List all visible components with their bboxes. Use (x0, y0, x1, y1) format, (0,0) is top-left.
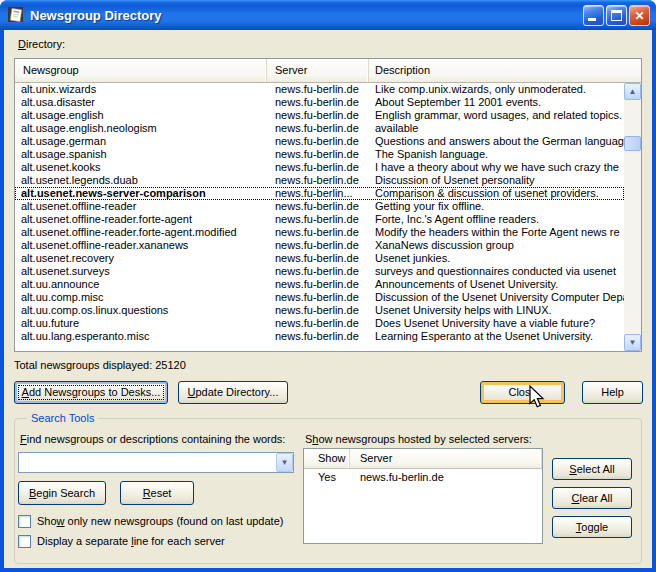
table-row[interactable]: alt.usa.disaster news.fu-berlin.de About… (15, 96, 624, 109)
minimize-button[interactable] (583, 5, 604, 26)
show-cell: Yes (304, 469, 350, 486)
server-cell: news.fu-berlin.de (267, 239, 369, 252)
search-combobox[interactable]: ▾ (18, 452, 294, 473)
table-row[interactable]: alt.usenet.news-server-comparison news.f… (15, 187, 624, 200)
window-close-button[interactable]: ✕ (629, 5, 650, 26)
description-cell: Getting your fix offline. (369, 200, 624, 213)
newsgroup-table: Newsgroup Server Description alt.unix.wi… (14, 58, 642, 352)
description-cell: available (369, 122, 624, 135)
table-row[interactable]: alt.usenet.kooks news.fu-berlin.de I hav… (15, 161, 624, 174)
checkbox-separate-line[interactable] (18, 535, 31, 548)
table-row[interactable]: alt.usage.english.neologism news.fu-berl… (15, 122, 624, 135)
search-input[interactable] (20, 454, 276, 471)
table-row[interactable]: alt.usenet.offline-reader news.fu-berlin… (15, 200, 624, 213)
begin-search-button[interactable]: Begin Search (18, 481, 106, 505)
scroll-up-button[interactable]: ▲ (624, 83, 641, 100)
window-title: Newsgroup Directory (30, 8, 583, 23)
scroll-down-button[interactable]: ▼ (624, 334, 641, 351)
reset-button[interactable]: Reset (120, 481, 194, 505)
table-row[interactable]: alt.uu.comp.os.linux.questions news.fu-b… (15, 304, 624, 317)
select-all-button[interactable]: Select All (552, 458, 632, 480)
column-header-server[interactable]: Server (267, 59, 369, 82)
table-row[interactable]: alt.usage.spanish news.fu-berlin.de The … (15, 148, 624, 161)
server-cell: news.fu-berlin.de (267, 109, 369, 122)
newsgroup-directory-window: Newsgroup Directory ✕ Directory: Newsgro… (0, 0, 656, 572)
server-cell: news.fu-berlin.de (267, 148, 369, 161)
server-cell: news.fu-berlin.de (267, 304, 369, 317)
table-row[interactable]: alt.usenet.offline-reader.forte-agent ne… (15, 213, 624, 226)
newsgroup-cell: alt.usa.disaster (15, 96, 267, 109)
newsgroup-cell: alt.usenet.offline-reader (15, 200, 267, 213)
maximize-button[interactable] (606, 5, 627, 26)
scroll-up-icon: ▲ (625, 84, 640, 99)
server-row[interactable]: Yes news.fu-berlin.de (304, 469, 542, 486)
newsgroup-cell: alt.usage.english.neologism (15, 122, 267, 135)
server-table-body: Yes news.fu-berlin.de (304, 469, 542, 486)
description-cell: XanaNews discussion group (369, 239, 624, 252)
table-row[interactable]: alt.uu.announce news.fu-berlin.de Announ… (15, 278, 624, 291)
description-cell: Usenet University helps with LINUX. (369, 304, 624, 317)
table-body: alt.unix.wizards news.fu-berlin.de Like … (15, 83, 624, 343)
vertical-scrollbar[interactable]: ▲ ▼ (624, 83, 641, 351)
table-row[interactable]: alt.usenet.legends.duab news.fu-berlin.d… (15, 174, 624, 187)
clear-all-button[interactable]: Clear All (552, 487, 632, 509)
description-cell: Modify the headers within the Forte Agen… (369, 226, 624, 239)
column-header-show[interactable]: Show (304, 449, 350, 468)
column-header-server2[interactable]: Server (350, 449, 542, 468)
description-cell: Discussion of Usenet personality (369, 174, 624, 187)
find-label: Find newsgroups or descriptions containi… (20, 433, 285, 445)
table-row[interactable]: alt.usenet.offline-reader.xananews news.… (15, 239, 624, 252)
server-cell: news.fu-berlin.de (267, 200, 369, 213)
servers-label: Show newsgroups hosted by selected serve… (305, 433, 532, 445)
table-row[interactable]: alt.usenet.surveys news.fu-berlin.de sur… (15, 265, 624, 278)
column-header-newsgroup[interactable]: Newsgroup (15, 59, 267, 82)
server-cell: news.fu-berlin.de (267, 252, 369, 265)
description-cell: Questions and answers about the German l… (369, 135, 624, 148)
server-cell: news.fu-berlin... (267, 187, 369, 200)
description-cell: Discussion of the Usenet University Comp… (369, 291, 624, 304)
table-header: Newsgroup Server Description (15, 59, 641, 83)
server-cell: news.fu-berlin.de (267, 265, 369, 278)
directory-label: Directory: (18, 38, 65, 50)
newsgroup-cell: alt.usenet.legends.duab (15, 174, 267, 187)
scrollbar-thumb[interactable] (624, 136, 641, 151)
server-cell: news.fu-berlin.de (267, 213, 369, 226)
newsgroup-cell: alt.usenet.news-server-comparison (15, 187, 267, 200)
chevron-down-icon: ▾ (282, 457, 287, 467)
table-row[interactable]: alt.uu.comp.misc news.fu-berlin.de Discu… (15, 291, 624, 304)
checkbox-show-new-newsgroups[interactable] (18, 515, 31, 528)
newsgroup-cell: alt.uu.future (15, 317, 267, 330)
table-row[interactable]: alt.usage.english news.fu-berlin.de Engl… (15, 109, 624, 122)
server-table: Show Server Yes news.fu-berlin.de (303, 448, 543, 544)
newsgroup-cell: alt.uu.comp.os.linux.questions (15, 304, 267, 317)
table-row[interactable]: alt.uu.lang.esperanto.misc news.fu-berli… (15, 330, 624, 343)
maximize-icon (611, 10, 622, 21)
checkbox-separate-line-label: Display a separate line for each server (37, 535, 225, 548)
dropdown-button[interactable]: ▾ (276, 453, 293, 472)
table-row[interactable]: alt.unix.wizards news.fu-berlin.de Like … (15, 83, 624, 96)
newsgroup-cell: alt.usenet.kooks (15, 161, 267, 174)
column-header-description[interactable]: Description (369, 59, 641, 82)
newsgroup-cell: alt.usenet.surveys (15, 265, 267, 278)
server-cell: news.fu-berlin.de (267, 122, 369, 135)
server-cell: news.fu-berlin.de (267, 174, 369, 187)
status-text: Total newsgroups displayed: 25120 (14, 359, 186, 371)
description-cell: Like comp.unix.wizards, only unmoderated… (369, 83, 624, 96)
description-cell: Forte, Inc.'s Agent offline readers. (369, 213, 624, 226)
table-row[interactable]: alt.usenet.recovery news.fu-berlin.de Us… (15, 252, 624, 265)
newsgroup-cell: alt.uu.announce (15, 278, 267, 291)
help-button[interactable]: Help (582, 381, 643, 404)
add-newsgroups-button[interactable]: Add Newsgroups to Desks... (14, 381, 168, 404)
table-row[interactable]: alt.usage.german news.fu-berlin.de Quest… (15, 135, 624, 148)
titlebar[interactable]: Newsgroup Directory ✕ (0, 0, 656, 30)
server-cell: news.fu-berlin.de (267, 83, 369, 96)
update-directory-button[interactable]: Update Directory... (178, 381, 288, 404)
table-row[interactable]: alt.uu.future news.fu-berlin.de Does Use… (15, 317, 624, 330)
newsgroup-cell: alt.usenet.offline-reader.forte-agent (15, 213, 267, 226)
minimize-icon (588, 18, 596, 21)
toggle-button[interactable]: Toggle (552, 516, 632, 538)
search-tools-title: Search Tools (27, 412, 98, 424)
table-row[interactable]: alt.usenet.offline-reader.forte-agent.mo… (15, 226, 624, 239)
close-button[interactable]: Close (480, 381, 565, 404)
newsgroup-cell: alt.uu.lang.esperanto.misc (15, 330, 267, 343)
